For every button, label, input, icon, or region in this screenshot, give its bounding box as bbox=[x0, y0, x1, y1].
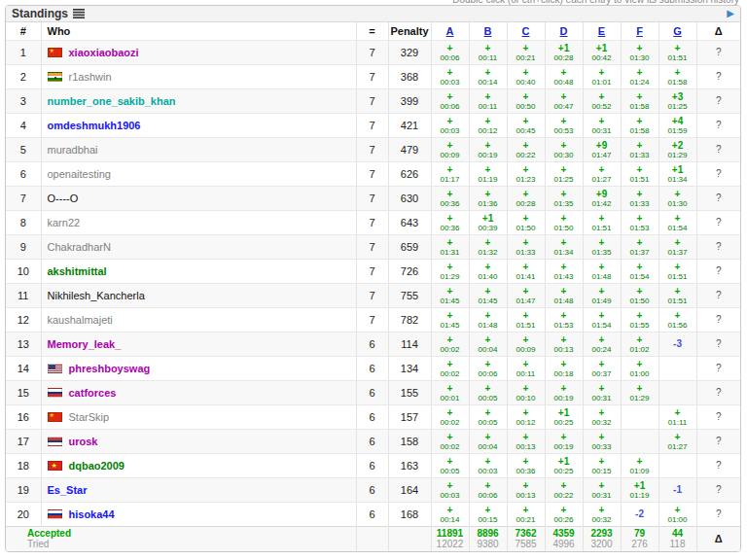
problem-result-cell[interactable]: +00:03 bbox=[431, 113, 469, 137]
problem-result-cell[interactable]: +01:50 bbox=[545, 210, 583, 234]
rating-delta-cell[interactable]: ? bbox=[696, 137, 740, 161]
problem-result-cell[interactable]: +01:33 bbox=[621, 186, 658, 210]
rating-delta-cell[interactable]: ? bbox=[696, 283, 740, 307]
problem-result-cell[interactable]: +00:01 bbox=[431, 380, 469, 404]
problem-result-cell[interactable]: +01:53 bbox=[545, 307, 583, 332]
user-handle-link[interactable]: omdeshmukh1906 bbox=[48, 120, 141, 131]
problem-result-cell[interactable]: +00:12 bbox=[469, 113, 507, 137]
user-handle-link[interactable]: Memory_leak_ bbox=[48, 338, 122, 350]
problem-result-cell[interactable] bbox=[621, 429, 658, 453]
problem-result-cell[interactable]: +01:58 bbox=[621, 113, 658, 137]
rating-delta-cell[interactable]: ? bbox=[696, 186, 740, 210]
problem-e-link[interactable]: E bbox=[598, 25, 605, 37]
problem-result-cell[interactable]: +00:13 bbox=[545, 332, 583, 356]
rating-delta-cell[interactable]: ? bbox=[696, 356, 740, 380]
problem-result-cell[interactable]: +00:19 bbox=[545, 429, 583, 453]
user-handle-link[interactable]: kaushalmajeti bbox=[48, 314, 113, 326]
problem-result-cell[interactable]: +00:45 bbox=[507, 113, 545, 137]
problem-result-cell[interactable]: +100:28 bbox=[545, 40, 583, 64]
problem-result-cell[interactable]: +00:19 bbox=[469, 137, 507, 161]
problem-result-cell[interactable]: +01:41 bbox=[507, 259, 545, 283]
problem-result-cell[interactable]: +01:51 bbox=[621, 161, 658, 186]
problem-result-cell[interactable]: +01:25 bbox=[545, 161, 583, 186]
problem-result-cell[interactable]: +00:50 bbox=[507, 88, 545, 113]
problem-result-cell[interactable]: +00:31 bbox=[583, 113, 621, 137]
rating-delta-cell[interactable]: ? bbox=[696, 502, 740, 526]
problem-result-cell[interactable]: +00:13 bbox=[507, 429, 545, 453]
problem-result-cell[interactable]: -1 bbox=[658, 477, 696, 502]
problem-result-cell[interactable]: +00:31 bbox=[583, 477, 621, 502]
problem-g-link[interactable]: G bbox=[673, 25, 682, 37]
problem-result-cell[interactable]: +100:25 bbox=[545, 404, 583, 429]
problem-result-cell[interactable]: +01:30 bbox=[658, 186, 696, 210]
problem-result-cell[interactable]: +00:36 bbox=[431, 186, 469, 210]
rating-delta-cell[interactable]: ? bbox=[696, 210, 740, 234]
problem-result-cell[interactable]: +01:51 bbox=[658, 40, 696, 64]
problem-f-link[interactable]: F bbox=[636, 25, 643, 37]
problem-result-cell[interactable]: +01:48 bbox=[545, 283, 583, 307]
problem-result-cell[interactable]: +01:11 bbox=[658, 404, 696, 429]
problem-result-cell[interactable]: +00:52 bbox=[583, 88, 621, 113]
problem-result-cell[interactable]: +01:36 bbox=[469, 186, 507, 210]
problem-result-cell[interactable]: +01:45 bbox=[469, 283, 507, 307]
user-handle-link[interactable]: akshitmittal bbox=[48, 265, 107, 277]
problem-result-cell[interactable]: +01:33 bbox=[621, 137, 658, 161]
problem-result-cell[interactable]: +901:47 bbox=[583, 137, 621, 161]
problem-result-cell[interactable]: +00:48 bbox=[545, 64, 583, 88]
problem-result-cell[interactable]: +00:14 bbox=[431, 502, 469, 526]
problem-result-cell[interactable]: +00:02 bbox=[431, 429, 469, 453]
problem-result-cell[interactable]: -2 bbox=[621, 502, 658, 526]
rating-delta-cell[interactable]: ? bbox=[696, 453, 740, 477]
problem-result-cell[interactable]: +00:11 bbox=[469, 88, 507, 113]
problem-b-link[interactable]: B bbox=[484, 25, 492, 37]
problem-result-cell[interactable]: +00:21 bbox=[507, 40, 545, 64]
problem-result-cell[interactable]: +01:00 bbox=[658, 502, 696, 526]
problem-result-cell[interactable]: +01:50 bbox=[507, 210, 545, 234]
problem-result-cell[interactable]: +00:37 bbox=[583, 356, 621, 380]
problem-result-cell[interactable]: +01:43 bbox=[545, 259, 583, 283]
problem-result-cell[interactable]: +01:58 bbox=[658, 64, 696, 88]
user-handle-link[interactable]: ChakradharN bbox=[48, 241, 111, 253]
user-handle-link[interactable]: karn22 bbox=[48, 217, 81, 228]
user-handle-link[interactable]: hisoka44 bbox=[69, 508, 115, 520]
user-handle-link[interactable]: O----O bbox=[48, 192, 79, 204]
problem-c-link[interactable]: C bbox=[522, 25, 530, 37]
problem-result-cell[interactable]: +01:51 bbox=[583, 210, 621, 234]
problem-result-cell[interactable]: +00:03 bbox=[431, 64, 469, 88]
problem-result-cell[interactable]: +01:51 bbox=[658, 259, 696, 283]
problem-result-cell[interactable]: +00:22 bbox=[507, 137, 545, 161]
rating-delta-cell[interactable]: ? bbox=[696, 40, 740, 64]
problem-result-cell[interactable]: +00:03 bbox=[431, 477, 469, 502]
problem-result-cell[interactable]: +00:06 bbox=[431, 40, 469, 64]
problem-result-cell[interactable] bbox=[658, 356, 696, 380]
rating-delta-cell[interactable]: ? bbox=[696, 307, 740, 332]
rating-delta-cell[interactable]: ? bbox=[696, 113, 740, 137]
problem-result-cell[interactable]: +101:34 bbox=[658, 161, 696, 186]
problem-result-cell[interactable]: +01:54 bbox=[583, 307, 621, 332]
rating-delta-cell[interactable]: ? bbox=[696, 88, 740, 113]
problem-result-cell[interactable]: +00:02 bbox=[431, 332, 469, 356]
problem-result-cell[interactable]: +01:02 bbox=[621, 332, 658, 356]
problem-result-cell[interactable]: +01:33 bbox=[507, 234, 545, 259]
problem-result-cell[interactable]: +00:24 bbox=[583, 332, 621, 356]
problem-result-cell[interactable]: +01:48 bbox=[583, 259, 621, 283]
problem-result-cell[interactable]: +01:35 bbox=[583, 234, 621, 259]
problem-result-cell[interactable]: +901:42 bbox=[583, 186, 621, 210]
rating-delta-cell[interactable]: ? bbox=[696, 161, 740, 186]
problem-result-cell[interactable]: +01:48 bbox=[469, 307, 507, 332]
problem-result-cell[interactable]: +201:29 bbox=[658, 137, 696, 161]
user-handle-link[interactable]: number_one_sakib_khan bbox=[48, 95, 176, 107]
problem-result-cell[interactable]: +401:59 bbox=[658, 113, 696, 137]
problem-result-cell[interactable]: +01:27 bbox=[583, 161, 621, 186]
problem-result-cell[interactable]: +100:42 bbox=[583, 40, 621, 64]
user-handle-link[interactable]: Es_Star bbox=[48, 484, 88, 496]
expand-arrow-icon[interactable]: ▶ bbox=[727, 9, 734, 18]
problem-result-cell[interactable]: +00:04 bbox=[469, 332, 507, 356]
problem-result-cell[interactable]: +01:32 bbox=[469, 234, 507, 259]
problem-result-cell[interactable]: +00:15 bbox=[583, 453, 621, 477]
rating-delta-cell[interactable]: ? bbox=[696, 234, 740, 259]
problem-result-cell[interactable]: +00:36 bbox=[507, 453, 545, 477]
problem-result-cell[interactable]: +00:21 bbox=[507, 502, 545, 526]
problem-result-cell[interactable]: +00:13 bbox=[507, 477, 545, 502]
problem-result-cell[interactable]: +00:02 bbox=[431, 356, 469, 380]
